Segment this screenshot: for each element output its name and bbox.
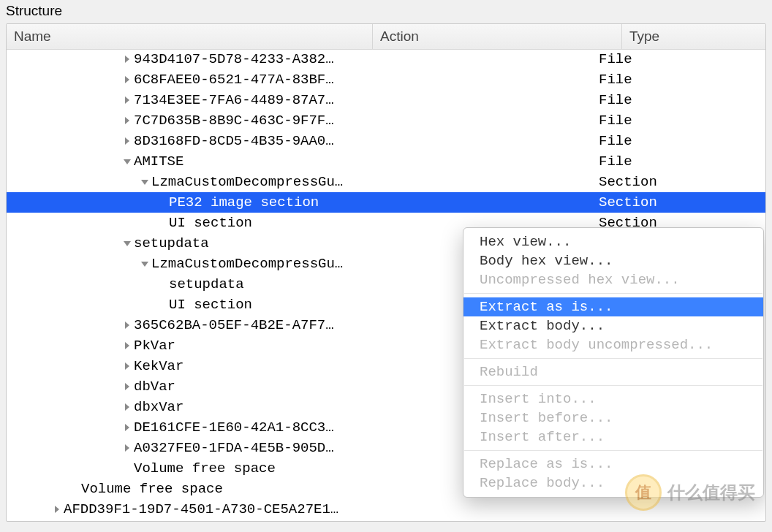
- cell-name: Volume free space: [7, 481, 357, 497]
- row-label: dbxVar: [134, 399, 183, 415]
- column-header-type[interactable]: Type: [622, 24, 765, 49]
- chevron-right-icon[interactable]: [121, 116, 134, 125]
- cell-name: AFDD39F1-19D7-4501-A730-CE5A27E1…: [7, 501, 357, 517]
- table-row[interactable]: AFDD39F1-19D7-4501-A730-CE5A27E1…: [7, 499, 765, 520]
- cell-type: File: [591, 72, 765, 88]
- context-menu-item[interactable]: Body hex view...: [463, 251, 763, 270]
- row-label: Volume free space: [81, 481, 223, 497]
- row-label: dbVar: [134, 379, 175, 395]
- cell-type: File: [591, 133, 765, 149]
- row-label: 943D4107-5D78-4233-A382…: [134, 51, 334, 67]
- cell-type: File: [591, 92, 765, 108]
- row-label: PkVar: [134, 338, 175, 354]
- context-menu-item: Insert after...: [463, 428, 763, 446]
- table-row[interactable]: LzmaCustomDecompressGu…Section: [7, 172, 765, 192]
- chevron-right-icon[interactable]: [121, 423, 134, 432]
- cell-name: 943D4107-5D78-4233-A382…: [7, 51, 357, 67]
- row-label: A0327FE0-1FDA-4E5B-905D…: [134, 440, 334, 456]
- cell-type: Section: [591, 194, 765, 210]
- chevron-down-icon[interactable]: [138, 260, 151, 267]
- row-label: 6C8FAEE0-6521-477A-83BF…: [134, 72, 334, 88]
- context-menu: Hex view...Body hex view...Uncompressed …: [463, 227, 764, 498]
- chevron-right-icon[interactable]: [121, 403, 134, 411]
- cell-type: File: [591, 113, 765, 129]
- chevron-right-icon[interactable]: [121, 362, 134, 370]
- cell-name: dbVar: [7, 379, 357, 395]
- cell-type: File: [591, 51, 765, 67]
- cell-name: PE32 image section: [7, 194, 357, 210]
- chevron-right-icon[interactable]: [50, 505, 64, 514]
- table-row[interactable]: 8D3168FD-8CD5-4B35-9AA0…File: [7, 131, 765, 151]
- row-label: AMITSE: [134, 153, 183, 170]
- table-row[interactable]: 943D4107-5D78-4233-A382…File: [7, 49, 765, 69]
- cell-name: 7134E3EE-7FA6-4489-87A7…: [7, 92, 357, 108]
- chevron-down-icon[interactable]: [121, 240, 134, 247]
- chevron-down-icon[interactable]: [138, 178, 151, 186]
- chevron-right-icon[interactable]: [121, 96, 134, 104]
- chevron-right-icon[interactable]: [121, 137, 134, 145]
- row-label: setupdata: [169, 276, 244, 292]
- chevron-right-icon[interactable]: [121, 321, 134, 330]
- cell-name: 8D3168FD-8CD5-4B35-9AA0…: [7, 133, 357, 149]
- cell-name: setupdata: [7, 235, 357, 251]
- cell-name: PkVar: [7, 338, 357, 354]
- row-label: LzmaCustomDecompressGu…: [151, 174, 343, 190]
- row-label: PE32 image section: [169, 194, 319, 210]
- chevron-right-icon[interactable]: [121, 382, 134, 391]
- cell-name: AMITSE: [7, 153, 357, 170]
- row-label: 7C7D635B-8B9C-463C-9F7F…: [134, 113, 334, 129]
- column-header-action[interactable]: Action: [373, 24, 622, 49]
- context-menu-item: Uncompressed hex view...: [463, 270, 763, 289]
- cell-type: Section: [591, 174, 765, 190]
- cell-name: KekVar: [7, 358, 357, 374]
- column-header-name[interactable]: Name: [7, 24, 373, 49]
- cell-name: Volume free space: [7, 460, 357, 476]
- row-label: 7134E3EE-7FA6-4489-87A7…: [134, 92, 334, 108]
- row-label: setupdata: [134, 235, 209, 251]
- context-menu-item: Insert before...: [463, 408, 763, 428]
- cell-name: setupdata: [7, 276, 357, 292]
- cell-name: LzmaCustomDecompressGu…: [7, 256, 357, 272]
- chevron-right-icon[interactable]: [121, 341, 134, 350]
- cell-name: dbxVar: [7, 399, 357, 415]
- context-menu-item[interactable]: Extract body...: [463, 316, 763, 335]
- context-menu-item[interactable]: Hex view...: [463, 232, 763, 251]
- chevron-right-icon[interactable]: [121, 55, 134, 64]
- structure-tree: Name Action Type 943D4107-5D78-4233-A382…: [6, 23, 766, 522]
- context-menu-item: Replace as is...: [463, 455, 763, 474]
- context-menu-item: Insert into...: [463, 390, 763, 408]
- table-row[interactable]: PE32 image sectionSection: [7, 192, 765, 213]
- context-menu-separator: [464, 358, 762, 359]
- context-menu-item: Rebuild: [463, 362, 763, 381]
- chevron-down-icon[interactable]: [121, 158, 134, 165]
- cell-name: A0327FE0-1FDA-4E5B-905D…: [7, 440, 357, 456]
- row-label: DE161CFE-1E60-42A1-8CC3…: [134, 419, 334, 436]
- chevron-right-icon[interactable]: [121, 75, 134, 84]
- cell-name: 6C8FAEE0-6521-477A-83BF…: [7, 72, 357, 88]
- context-menu-item[interactable]: Extract as is...: [463, 297, 763, 316]
- row-label: UI section: [169, 215, 252, 231]
- context-menu-separator: [464, 385, 762, 386]
- context-menu-item: Replace body...: [463, 474, 763, 493]
- row-label: 8D3168FD-8CD5-4B35-9AA0…: [134, 133, 334, 149]
- cell-name: DE161CFE-1E60-42A1-8CC3…: [7, 419, 357, 436]
- row-label: 365C62BA-05EF-4B2E-A7F7…: [134, 317, 334, 333]
- cell-name: LzmaCustomDecompressGu…: [7, 174, 357, 190]
- cell-name: UI section: [7, 215, 357, 231]
- row-label: UI section: [169, 297, 252, 313]
- context-menu-separator: [464, 293, 762, 294]
- cell-name: 365C62BA-05EF-4B2E-A7F7…: [7, 317, 357, 333]
- chevron-right-icon[interactable]: [121, 444, 134, 452]
- context-menu-item: Extract body uncompressed...: [463, 335, 763, 354]
- cell-name: 7C7D635B-8B9C-463C-9F7F…: [7, 113, 357, 129]
- row-label: KekVar: [134, 358, 183, 374]
- table-row[interactable]: 6C8FAEE0-6521-477A-83BF…File: [7, 69, 765, 90]
- row-label: Volume free space: [134, 460, 276, 476]
- cell-name: UI section: [7, 297, 357, 313]
- table-row[interactable]: 7C7D635B-8B9C-463C-9F7F…File: [7, 110, 765, 131]
- table-header: Name Action Type: [7, 24, 765, 50]
- table-row[interactable]: AMITSEFile: [7, 151, 765, 172]
- cell-type: File: [591, 153, 765, 170]
- table-row[interactable]: 7134E3EE-7FA6-4489-87A7…File: [7, 90, 765, 110]
- row-label: AFDD39F1-19D7-4501-A730-CE5A27E1…: [64, 501, 338, 517]
